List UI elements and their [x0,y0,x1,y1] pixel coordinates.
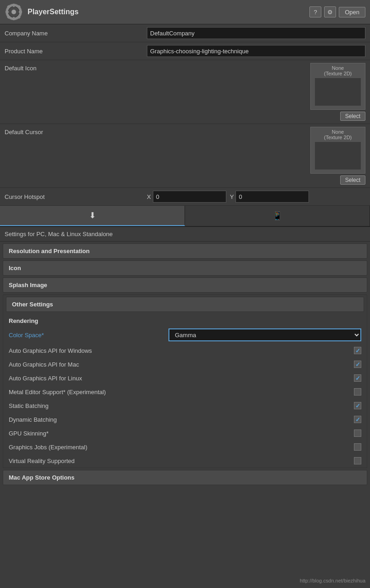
svg-rect-4 [13,17,15,20]
default-cursor-texture-preview [315,142,361,170]
company-name-input[interactable] [147,27,365,39]
static-batching-checkbox-container [354,402,361,409]
product-name-input[interactable] [147,45,365,57]
bottom-url: http://blog.csdn.net/biezhihua [300,578,365,583]
settings-icon: ⚙ [327,9,333,16]
static-batching-row: Static Batching [6,399,364,413]
default-icon-texture-preview [315,78,361,106]
other-settings-header[interactable]: Other Settings [6,297,364,312]
default-icon-row: Default Icon None (Texture 2D) Select [0,60,370,124]
company-name-row: Company Name [0,24,370,42]
auto-graphics-windows-checkbox[interactable] [354,347,361,354]
vr-supported-row: Virtual Reality Supported [6,454,364,468]
auto-graphics-windows-label: Auto Graphics API for Windows [9,347,350,354]
company-name-label: Company Name [5,30,147,37]
hotspot-y-input[interactable] [235,191,309,203]
static-batching-checkbox[interactable] [354,402,361,409]
vr-supported-checkbox[interactable] [354,457,361,464]
title-bar: PlayerSettings ? ⚙ Open [0,0,370,24]
auto-graphics-windows-checkbox-container [354,347,361,354]
title-bar-right: ? ⚙ Open [309,6,365,17]
auto-graphics-linux-row: Auto Graphics API for Linux [6,371,364,385]
hotspot-y-axis: Y [230,191,309,203]
default-cursor-row: Default Cursor None (Texture 2D) Select [0,124,370,188]
resolution-section-header[interactable]: Resolution and Presentation [3,243,367,259]
help-icon: ? [314,9,317,16]
default-cursor-texture-label-line1: None [332,129,344,135]
color-space-dropdown[interactable]: Gamma Linear [168,328,361,341]
vr-supported-checkbox-container [354,457,361,464]
metal-editor-checkbox[interactable] [354,388,361,396]
default-icon-texture-label-line2: (Texture 2D) [324,71,352,76]
dynamic-batching-checkbox[interactable] [354,416,361,423]
graphics-jobs-row: Graphics Jobs (Experimental) [6,440,364,454]
android-tab-icon: 📱 [272,211,282,221]
gpu-skinning-checkbox-container [354,430,361,437]
auto-graphics-windows-row: Auto Graphics API for Windows [6,344,364,357]
default-cursor-texture-box: None (Texture 2D) [310,127,365,174]
default-icon-select-button[interactable]: Select [340,112,365,121]
auto-graphics-mac-row: Auto Graphics API for Mac [6,357,364,371]
dynamic-batching-label: Dynamic Batching [9,416,350,423]
auto-graphics-linux-checkbox-container [354,374,361,382]
platform-tabs: ⬇ 📱 [0,206,370,227]
svg-rect-3 [13,4,15,7]
gpu-skinning-checkbox[interactable] [354,430,361,437]
metal-editor-checkbox-container [354,388,361,396]
svg-rect-5 [6,11,9,13]
default-icon-label: Default Icon [5,63,147,72]
help-icon-button[interactable]: ? [309,6,321,17]
dynamic-batching-row: Dynamic Batching [6,413,364,426]
other-settings-content: Rendering Color Space* Gamma Linear Auto… [3,314,367,468]
product-name-label: Product Name [5,48,147,55]
product-name-row: Product Name [0,42,370,60]
platform-tab-pc[interactable]: ⬇ [0,206,185,226]
hotspot-x-axis: X [147,191,226,203]
auto-graphics-mac-label: Auto Graphics API for Mac [9,361,350,368]
splash-section-header[interactable]: Splash Image [3,277,367,293]
rendering-subsection-title: Rendering [6,314,364,326]
icon-section-header[interactable]: Icon [3,260,367,276]
window-title: PlayerSettings [28,8,78,16]
color-space-label: Color Space* [9,332,165,339]
default-icon-preview-area: None (Texture 2D) Select [147,63,365,121]
default-cursor-preview-area: None (Texture 2D) Select [147,127,365,185]
graphics-jobs-checkbox-container [354,443,361,451]
mac-app-store-header[interactable]: Mac App Store Options [3,470,367,485]
auto-graphics-linux-checkbox[interactable] [354,374,361,382]
color-space-row: Color Space* Gamma Linear [6,326,364,344]
other-settings-section: Other Settings Rendering Color Space* Ga… [3,294,367,468]
metal-editor-label: Metal Editor Support* (Experimental) [9,389,350,396]
default-cursor-select-button[interactable]: Select [340,175,365,185]
vr-supported-label: Virtual Reality Supported [9,458,350,464]
graphics-jobs-checkbox[interactable] [354,443,361,451]
settings-icon-button[interactable]: ⚙ [324,6,336,17]
hotspot-x-input[interactable] [153,191,226,203]
pc-tab-icon: ⬇ [89,210,96,220]
cursor-hotspot-label: Cursor Hotspot [5,193,147,200]
color-space-control: Gamma Linear [168,328,361,341]
cursor-hotspot-row: Cursor Hotspot X Y [0,188,370,206]
gpu-skinning-row: GPU Skinning* [6,426,364,440]
cursor-hotspot-fields: X Y [147,191,365,203]
auto-graphics-linux-label: Auto Graphics API for Linux [9,375,350,382]
auto-graphics-mac-checkbox-container [354,361,361,368]
auto-graphics-mac-checkbox[interactable] [354,361,361,368]
metal-editor-row: Metal Editor Support* (Experimental) [6,385,364,399]
gpu-skinning-label: GPU Skinning* [9,430,350,437]
default-cursor-label: Default Cursor [5,127,147,136]
gear-icon-large [5,3,23,21]
svg-rect-6 [19,11,22,13]
graphics-jobs-label: Graphics Jobs (Experimental) [9,444,350,451]
title-bar-left: PlayerSettings [5,3,78,21]
svg-point-2 [11,10,16,14]
dynamic-batching-checkbox-container [354,416,361,423]
static-batching-label: Static Batching [9,402,350,409]
y-axis-label: Y [230,193,234,200]
default-icon-texture-label-line1: None [332,65,344,71]
default-icon-texture-box: None (Texture 2D) [310,63,365,110]
open-button[interactable]: Open [339,7,365,17]
default-cursor-texture-label-line2: (Texture 2D) [324,135,352,140]
platform-tab-android[interactable]: 📱 [185,206,370,226]
x-axis-label: X [147,193,151,200]
